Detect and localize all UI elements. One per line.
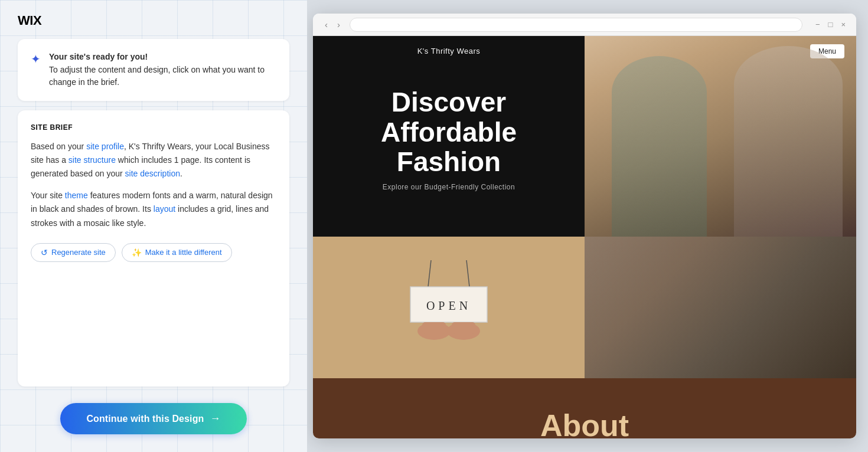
layout-link[interactable]: layout [154, 204, 175, 214]
browser-controls-right: − □ × [814, 19, 847, 30]
ready-line2: To adjust the content and design, click … [49, 65, 265, 87]
browser-window: ‹ › − □ × K's Thrifty Wears Dis [313, 14, 856, 438]
brief-p2-pre: Your site [31, 191, 65, 200]
site-nav: K's Thrifty Wears [313, 47, 585, 55]
ready-line1: Your site's ready for you! [49, 52, 148, 61]
browser-maximize-button[interactable]: □ [827, 19, 834, 30]
wix-logo: WIX [0, 0, 307, 39]
svg-line-1 [466, 260, 469, 287]
hero-subtitle: Explore our Budget-Friendly Collection [383, 183, 515, 191]
browser-nav: ‹ › [322, 18, 342, 31]
site-brief-title: SITE BRIEF [31, 123, 276, 132]
continue-arrow-icon: → [210, 412, 220, 425]
browser-minimize-button[interactable]: − [814, 19, 821, 30]
brief-p1-end: . [180, 169, 182, 178]
about-title: About [348, 408, 821, 438]
svg-text:OPEN: OPEN [426, 299, 471, 312]
brief-paragraph-2: Your site theme features modern fonts an… [31, 189, 276, 230]
browser-back-button[interactable]: ‹ [322, 18, 330, 31]
hero-title: Discover Affordable Fashion [331, 87, 567, 177]
browser-url-bar [350, 18, 802, 32]
sparkle-icon: ✦ [31, 52, 41, 66]
brief-paragraph-1: Based on your site profile, K's Thrifty … [31, 140, 276, 181]
svg-rect-6 [422, 322, 446, 334]
hero-section: K's Thrifty Wears Discover Affordable Fa… [313, 36, 856, 237]
left-panel: WIX ✦ Your site's ready for you! To adju… [0, 0, 307, 452]
brief-p1-pre: Based on your [31, 142, 86, 151]
svg-rect-7 [452, 322, 475, 334]
site-brief-card: SITE BRIEF Based on your site profile, K… [18, 110, 289, 387]
site-name: K's Thrifty Wears [417, 47, 481, 55]
make-different-label: Make it a little different [145, 248, 222, 257]
continue-btn-wrap: Continue with this Design → [0, 387, 307, 452]
open-sign-svg: OPEN [390, 254, 508, 361]
hero-left: K's Thrifty Wears Discover Affordable Fa… [313, 36, 585, 237]
regenerate-label: Regenerate site [51, 248, 106, 257]
continue-label: Continue with this Design [86, 414, 204, 424]
brief-buttons: ↺ Regenerate site ✨ Make it a little dif… [31, 243, 276, 262]
about-section: About Our Story K's Thrifty Wears is you… [313, 378, 856, 438]
browser-toolbar: ‹ › − □ × [313, 14, 856, 36]
make-different-button[interactable]: ✨ Make it a little different [122, 243, 232, 262]
right-panel: ‹ › − □ × K's Thrifty Wears Dis [307, 0, 868, 452]
open-section: OPEN [313, 237, 856, 378]
regenerate-site-button[interactable]: ↺ Regenerate site [31, 243, 116, 262]
svg-line-0 [428, 260, 431, 287]
open-sign-area: OPEN [313, 237, 585, 378]
browser-forward-button[interactable]: › [335, 18, 342, 31]
browser-close-button[interactable]: × [840, 19, 847, 30]
continue-design-button[interactable]: Continue with this Design → [60, 403, 246, 434]
open-right [585, 237, 856, 378]
ready-card: ✦ Your site's ready for you! To adjust t… [18, 39, 289, 101]
site-content: K's Thrifty Wears Discover Affordable Fa… [313, 36, 856, 438]
theme-link[interactable]: theme [65, 191, 88, 200]
regenerate-icon: ↺ [41, 248, 48, 257]
site-profile-link[interactable]: site profile [86, 142, 124, 151]
site-structure-link[interactable]: site structure [68, 155, 116, 165]
ready-text: Your site's ready for you! To adjust the… [49, 51, 276, 89]
site-description-link[interactable]: site description [125, 169, 180, 178]
hero-right: Menu [585, 36, 856, 237]
wand-icon: ✨ [132, 248, 142, 257]
